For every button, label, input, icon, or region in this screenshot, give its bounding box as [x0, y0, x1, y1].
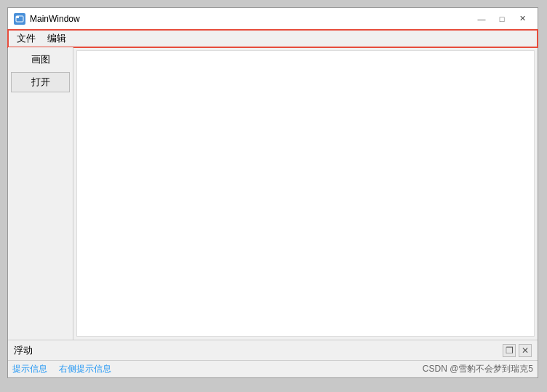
maximize-button[interactable]: □: [492, 12, 511, 26]
app-icon: [14, 13, 25, 25]
canvas-area[interactable]: [76, 50, 535, 337]
close-panel-button[interactable]: ✕: [519, 344, 532, 357]
restore-panel-button[interactable]: ❐: [503, 344, 516, 357]
close-button[interactable]: ✕: [513, 12, 532, 26]
floating-panel-label: 浮动: [14, 344, 33, 357]
main-window: MainWindow — □ ✕ 文件 编辑 画图 打开 浮动 ❐ ✕: [7, 7, 538, 378]
status-bar: 提示信息 右侧提示信息 CSDN @雪豹不会梦到瑞克5: [8, 360, 538, 377]
menu-item-edit[interactable]: 编辑: [41, 30, 72, 47]
bottom-section: 浮动 ❐ ✕ 提示信息 右侧提示信息 CSDN @雪豹不会梦到瑞克5: [8, 340, 538, 377]
floating-panel-controls: ❐ ✕: [503, 344, 532, 357]
menu-item-file[interactable]: 文件: [11, 30, 41, 47]
branding-text: CSDN @雪豹不会梦到瑞克5: [423, 363, 533, 375]
main-content: 画图 打开: [8, 47, 538, 340]
hint-right: 右侧提示信息: [59, 363, 111, 375]
svg-rect-1: [16, 16, 19, 18]
status-hints: 提示信息 右侧提示信息: [12, 363, 111, 375]
title-bar: MainWindow — □ ✕: [8, 8, 538, 30]
title-bar-left: MainWindow: [14, 13, 80, 25]
title-controls: — □ ✕: [472, 12, 532, 26]
menu-bar: 文件 编辑: [8, 30, 538, 47]
window-title: MainWindow: [30, 14, 80, 24]
floating-panel: 浮动 ❐ ✕: [8, 340, 538, 360]
panel-section-label: 画图: [11, 50, 70, 69]
open-button[interactable]: 打开: [11, 72, 70, 92]
hint-left: 提示信息: [12, 363, 47, 375]
minimize-button[interactable]: —: [472, 12, 491, 26]
left-panel: 画图 打开: [8, 47, 73, 340]
